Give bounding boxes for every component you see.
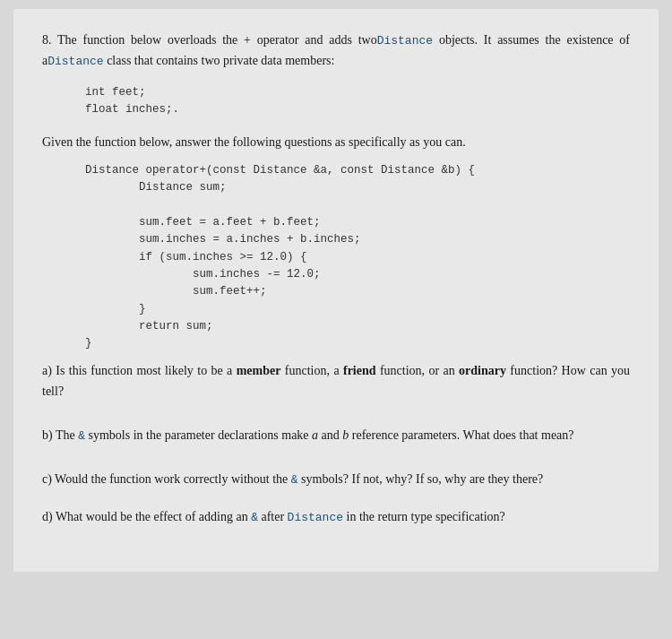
intro-text3: class that contains two private data mem… bbox=[107, 54, 334, 67]
distance-code-d: Distance bbox=[288, 511, 343, 524]
sub-question-d: d) What would be the effect of adding an… bbox=[42, 506, 630, 527]
intro-text1: The function below overloads the + opera… bbox=[57, 33, 377, 47]
ampersand-code-d: & bbox=[251, 511, 258, 524]
ampersand-code-c: & bbox=[291, 473, 298, 487]
bold-member: member bbox=[237, 364, 281, 377]
italic-a: a bbox=[312, 428, 318, 442]
intro-code1: Distance bbox=[377, 34, 433, 47]
italic-b: b bbox=[342, 428, 349, 442]
sub-question-a: a) Is this function most likely to be a … bbox=[42, 360, 630, 402]
intro-code2: Distance bbox=[47, 55, 103, 68]
question-header: 8. The function below overloads the + op… bbox=[42, 30, 630, 72]
bold-friend: friend bbox=[343, 364, 376, 377]
bold-ordinary: ordinary bbox=[459, 364, 506, 377]
page-container: 8. The function below overloads the + op… bbox=[13, 9, 659, 572]
question-number: 8. bbox=[42, 33, 52, 47]
private-members-code: int feet; float inches;. bbox=[85, 84, 630, 119]
ampersand-code-b: & bbox=[78, 429, 85, 443]
sub-question-c: c) Would the function work correctly wit… bbox=[42, 469, 630, 489]
sub-question-a-label: a) Is this function most likely to be a … bbox=[42, 364, 630, 398]
function-code: Distance operator+(const Distance &a, co… bbox=[85, 162, 630, 353]
given-text: Given the function below, answer the fol… bbox=[42, 133, 630, 152]
sub-question-b: b) The & symbols in the parameter declar… bbox=[42, 425, 630, 445]
